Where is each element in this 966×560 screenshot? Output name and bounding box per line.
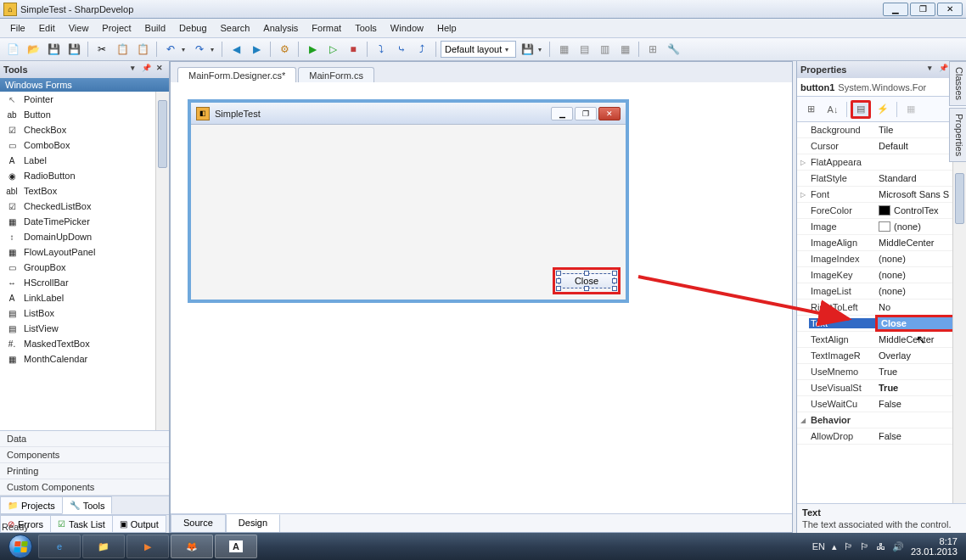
volume-icon[interactable]: 🔊 [892, 541, 904, 552]
copy-button[interactable]: 📋 [113, 40, 132, 59]
toolbox-section[interactable]: Windows Forms [0, 78, 169, 92]
property-row[interactable]: UseVisualStTrue [797, 380, 966, 396]
run-button[interactable]: ▶ [303, 40, 322, 59]
nav-back-button[interactable]: ◀ [227, 40, 245, 59]
menu-window[interactable]: Window [384, 21, 430, 35]
property-row[interactable]: ▷FontMicrosoft Sans S [797, 187, 966, 203]
nav-fwd-button[interactable]: ▶ [247, 40, 266, 59]
menu-tools[interactable]: Tools [348, 21, 384, 35]
properties-button[interactable]: 🔧 [664, 40, 682, 59]
properties-object-selector[interactable]: button1 System.Windows.For ▾ [797, 78, 966, 97]
property-row[interactable]: UseMnemoTrue [797, 364, 966, 380]
tab-source[interactable]: Source [171, 514, 226, 532]
align-button-4[interactable]: ▦ [615, 40, 634, 59]
property-row[interactable]: ImageAlignMiddleCenter [797, 235, 966, 251]
action-center-icon[interactable]: 🏳 [860, 541, 869, 552]
tab-projects[interactable]: 📁Projects [0, 496, 63, 514]
resize-handle[interactable] [556, 278, 561, 283]
properties-scrollbar[interactable] [952, 122, 966, 503]
toolbox-item-listview[interactable]: ▤ListView [0, 321, 169, 336]
tab-tasklist[interactable]: ☑Task List [50, 515, 113, 533]
menu-view[interactable]: View [62, 21, 96, 35]
new-file-button[interactable]: 📄 [3, 40, 22, 59]
menu-help[interactable]: Help [430, 21, 463, 35]
property-row[interactable]: ▷FlatAppeara [797, 154, 966, 171]
resize-handle[interactable] [584, 271, 589, 276]
expand-icon[interactable]: ▷ [797, 191, 809, 199]
property-row[interactable]: UseWaitCuFalse [797, 396, 966, 412]
property-row[interactable]: BackgroundTile [797, 122, 966, 138]
panel-pin-icon[interactable]: 📌 [140, 64, 152, 76]
toolbox-item-label[interactable]: ALabel [0, 153, 169, 168]
flag-icon[interactable]: 🏳 [844, 541, 853, 552]
redo-dropdown[interactable]: ▾ [211, 46, 217, 53]
property-row[interactable]: ForeColorControlTex [797, 203, 966, 219]
design-surface[interactable]: ◧ SimpleTest ▁ ❐ ✕ Close [171, 82, 792, 513]
toolbox-item-datetimepicker[interactable]: ▦DateTimePicker [0, 214, 169, 229]
toolbox-item-checkedlistbox[interactable]: ☑CheckedListBox [0, 199, 169, 214]
toolbox-item-maskedtextbox[interactable]: #.MaskedTextBox [0, 336, 169, 351]
cut-button[interactable]: ✂ [93, 40, 111, 59]
form-minimize-button[interactable]: ▁ [551, 107, 573, 120]
maximize-button[interactable]: ❐ [910, 3, 935, 16]
close-button[interactable]: ✕ [937, 3, 963, 16]
taskbar-firefox[interactable]: 🦊 [171, 535, 213, 558]
toolbox-item-radiobutton[interactable]: ◉RadioButton [0, 168, 169, 183]
layout-save-dropdown[interactable]: ▾ [538, 46, 545, 53]
toolbox-item-groupbox[interactable]: ▭GroupBox [0, 260, 169, 275]
build-button[interactable]: ⚙ [275, 40, 294, 59]
menu-debug[interactable]: Debug [172, 21, 213, 35]
taskbar-ie[interactable]: e [38, 535, 81, 558]
redo-button[interactable]: ↷ [190, 40, 209, 59]
menu-build[interactable]: Build [138, 21, 172, 35]
scrollbar-thumb[interactable] [158, 100, 167, 168]
step-into-button[interactable]: ⤷ [392, 40, 411, 59]
paste-button[interactable]: 📋 [133, 40, 152, 59]
toolbox-cat-data[interactable]: Data [0, 431, 169, 447]
menu-project[interactable]: Project [95, 21, 138, 35]
file-tab-designer[interactable]: MainForm.Designer.cs* [177, 67, 296, 83]
property-row[interactable]: RightToLeftNo [797, 300, 966, 316]
resize-handle[interactable] [612, 271, 617, 276]
menu-format[interactable]: Format [305, 21, 348, 35]
align-button-1[interactable]: ▦ [554, 40, 573, 59]
scrollbar-thumb[interactable] [955, 173, 964, 224]
resize-handle[interactable] [584, 286, 589, 291]
menu-search[interactable]: Search [214, 21, 257, 35]
toolbox-cat-components[interactable]: Components [0, 447, 169, 463]
property-category[interactable]: ◢Behavior [797, 412, 966, 428]
design-form[interactable]: ◧ SimpleTest ▁ ❐ ✕ Close [188, 99, 629, 303]
property-row[interactable]: ImageList(none) [797, 283, 966, 300]
property-row[interactable]: TextAlignMiddleCenter [797, 332, 966, 348]
toolbox-item-button[interactable]: abButton [0, 107, 169, 122]
resize-handle[interactable] [612, 286, 617, 291]
toolbox-scrollbar[interactable] [155, 92, 169, 430]
form-close-button[interactable]: ✕ [598, 107, 621, 120]
toolbox-cat-custom[interactable]: Custom Components [0, 479, 169, 496]
taskbar-sharpdevelop[interactable]: A [215, 535, 257, 558]
property-row[interactable]: ImageKey(none) [797, 267, 966, 283]
lang-indicator[interactable]: EN [812, 541, 825, 552]
resize-handle[interactable] [612, 278, 617, 283]
properties-tab-button[interactable]: ▤ [851, 100, 871, 119]
expand-icon[interactable]: ◢ [797, 417, 809, 424]
step-out-button[interactable]: ⤴ [413, 40, 431, 59]
panel-dropdown-icon[interactable]: ▾ [924, 64, 935, 76]
property-row[interactable]: AllowDropFalse [797, 428, 966, 445]
design-form-body[interactable]: Close [191, 125, 626, 300]
tab-order-button[interactable]: ⊞ [643, 40, 662, 59]
panel-pin-icon[interactable]: 📌 [937, 64, 949, 76]
collapsed-classes[interactable]: Classes [949, 61, 966, 106]
toolbox-item-combobox[interactable]: ▭ComboBox [0, 137, 169, 153]
toolbox-item-domainupdown[interactable]: ↕DomainUpDown [0, 229, 169, 244]
categorized-button[interactable]: ⊞ [800, 100, 821, 119]
property-row[interactable]: TextImageROverlay [797, 348, 966, 364]
property-row[interactable]: CursorDefault [797, 138, 966, 154]
menu-analysis[interactable]: Analysis [256, 21, 305, 35]
tab-output[interactable]: ▣Output [112, 515, 166, 533]
layout-save-button[interactable]: 💾 [518, 40, 536, 59]
panel-dropdown-icon[interactable]: ▾ [126, 64, 138, 76]
property-row[interactable]: ImageIndex(none) [797, 251, 966, 267]
minimize-button[interactable]: ▁ [883, 3, 908, 16]
property-row[interactable]: Image(none) [797, 219, 966, 235]
